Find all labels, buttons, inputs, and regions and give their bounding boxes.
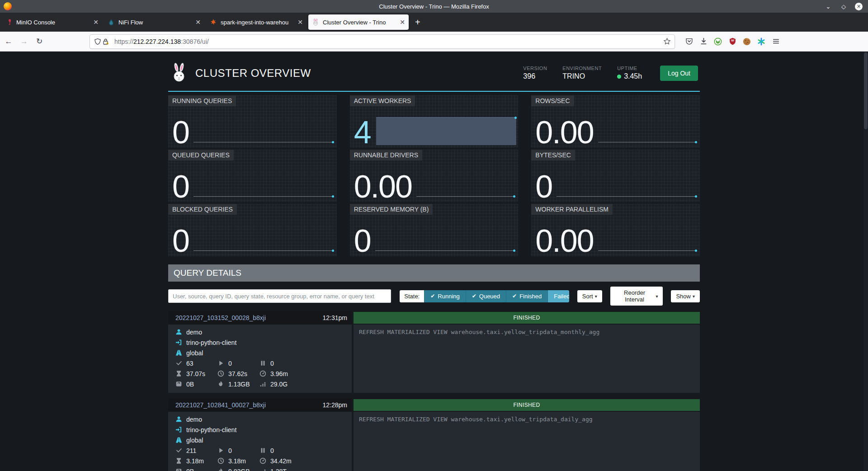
tab-nifi-flow[interactable]: NiFi Flow ✕ (104, 14, 204, 30)
query-id-link[interactable]: 20221027_103152_00028_b8xji (175, 314, 323, 321)
forward-button[interactable]: → (17, 35, 31, 48)
pocket-icon[interactable] (685, 38, 693, 46)
cumulative-chart-icon (259, 468, 266, 471)
resource-group-road-icon (175, 349, 182, 356)
privacy-extension-icon[interactable] (714, 38, 722, 46)
state-failed-dropdown[interactable]: Failed▾ (547, 290, 569, 302)
tab-close-icon[interactable]: ✕ (400, 19, 405, 26)
sparkline-dot (695, 141, 697, 143)
state-running-button[interactable]: ✔Running (424, 290, 466, 302)
minimize-button[interactable]: ⌄ (824, 2, 832, 10)
query-time: 12:31pm (323, 314, 347, 321)
state-queued-button[interactable]: ✔Queued (466, 290, 506, 302)
back-button[interactable]: ← (2, 35, 15, 48)
bookmark-star-icon[interactable] (663, 38, 671, 46)
completed-splits: 211 (186, 447, 196, 454)
cpu-time: 34.42m (270, 457, 292, 465)
pause-icon (259, 360, 266, 367)
tab-label: NiFi Flow (118, 19, 193, 26)
url-path: :30876/ui/ (181, 38, 209, 45)
stat-value: 0 (354, 228, 371, 254)
tab-close-icon[interactable]: ✕ (93, 19, 99, 26)
ublock-shield-icon[interactable] (728, 38, 736, 46)
query-text: REFRESH MATERIALIZED VIEW warehouse.taxi… (354, 325, 700, 393)
query-id-link[interactable]: 20221027_102841_00027_b8xji (175, 401, 323, 409)
tab-close-icon[interactable]: ✕ (297, 19, 303, 26)
stat-label: ROWS/SEC (531, 95, 574, 106)
stat-label: RUNNING QUERIES (168, 95, 236, 106)
stat-value: 4 (354, 120, 371, 146)
sparkline-dot (514, 117, 517, 119)
query-status-badge: FINISHED (354, 399, 700, 411)
tab-spark-notebook[interactable]: spark-ingest-into-warehou ✕ (206, 14, 307, 30)
scrollbar-thumb[interactable] (864, 52, 868, 129)
query-row: 20221027_102841_00027_b8xji 12:28pm FINI… (168, 398, 700, 471)
logout-button[interactable]: Log Out (660, 66, 698, 81)
scale-icon (175, 381, 182, 387)
gauge-icon (259, 457, 266, 464)
tab-cluster-overview[interactable]: Cluster Overview - Trino ✕ (308, 14, 409, 30)
page-scrollbar[interactable] (863, 52, 868, 471)
sparkline (193, 250, 334, 251)
spark-icon (210, 19, 217, 26)
tracking-shield-icon[interactable] (94, 38, 102, 46)
elapsed-time: 3.18m (228, 457, 246, 465)
tab-label: MinIO Console (16, 19, 90, 26)
sparkline (375, 250, 515, 251)
query-row: 20221027_103152_00028_b8xji 12:31pm FINI… (168, 311, 700, 393)
query-filter-bar: State: ✔Running ✔Queued ✔Finished Failed… (168, 287, 700, 306)
running-splits: 0 (228, 360, 232, 367)
reload-button[interactable]: ↻ (33, 35, 46, 48)
reorder-interval-dropdown[interactable]: Reorder Interval▾ (610, 287, 663, 306)
query-time: 12:28pm (323, 401, 347, 409)
cookie-extension-icon[interactable] (743, 38, 751, 46)
stat-running-queries: RUNNING QUERIES 0 (168, 95, 337, 148)
url-bar[interactable]: https://212.227.224.138:30876/ui/ (90, 34, 675, 49)
check-icon (175, 447, 182, 454)
state-finished-button[interactable]: ✔Finished (506, 290, 547, 302)
version-stat: VERSION 396 (523, 66, 547, 80)
tab-minio-console[interactable]: MinIO Console ✕ (2, 14, 102, 30)
trino-bunny-icon (312, 19, 319, 26)
cumulative-memory: 29.0G (270, 381, 288, 388)
stat-value: 0 (172, 228, 189, 254)
query-user: demo (186, 329, 202, 336)
sparkline-area (376, 117, 517, 145)
environment-value: TRINO (562, 72, 602, 80)
stat-value: 0.00 (535, 228, 593, 254)
stat-value: 0 (535, 174, 552, 200)
query-search-input[interactable] (168, 289, 391, 303)
stat-value: 0 (172, 174, 189, 200)
sparkle-extension-icon[interactable] (757, 38, 765, 46)
stat-blocked-queries: BLOCKED QUERIES 0 (168, 204, 337, 256)
user-icon (175, 416, 182, 423)
window-controls: ⌄ ◇ ✕ (824, 2, 868, 10)
wall-time: 37.07s (186, 370, 205, 377)
query-status-badge: FINISHED (354, 312, 700, 324)
sparkline (193, 142, 334, 142)
lock-warning-icon[interactable] (102, 38, 110, 46)
check-icon: ✔ (512, 293, 517, 299)
toolbar-extensions (685, 38, 780, 46)
tab-close-icon[interactable]: ✕ (195, 19, 201, 26)
queued-splits: 0 (270, 447, 274, 454)
source-signin-icon (175, 426, 182, 433)
stat-bytes-per-sec: BYTES/SEC 0 (531, 150, 700, 202)
download-icon[interactable] (699, 38, 708, 46)
menu-hamburger-icon[interactable] (772, 38, 780, 46)
running-splits: 0 (228, 447, 232, 454)
new-tab-button[interactable]: + (410, 17, 425, 28)
page-title: CLUSTER OVERVIEW (195, 67, 311, 80)
stat-value: 0.00 (535, 120, 593, 146)
show-dropdown[interactable]: Show▾ (671, 290, 700, 302)
query-details-title: QUERY DETAILS (168, 264, 700, 282)
sparkline (598, 142, 697, 142)
sparkline (557, 196, 697, 197)
close-button[interactable]: ✕ (855, 3, 863, 10)
clock-icon (217, 457, 224, 464)
nifi-drop-icon (108, 19, 115, 26)
maximize-button[interactable]: ◇ (840, 2, 848, 10)
query-user: demo (186, 416, 202, 423)
sort-dropdown[interactable]: Sort▾ (577, 290, 602, 302)
stat-runnable-drivers: RUNNABLE DRIVERS 0.00 (350, 150, 519, 202)
